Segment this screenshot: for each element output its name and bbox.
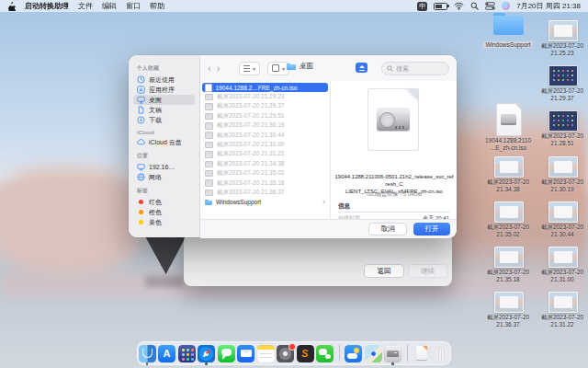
desktop-label[interactable]: 截屏2023-07-2021.36.37 bbox=[481, 314, 535, 328]
dock-maps-icon[interactable] bbox=[365, 345, 382, 362]
desktop-label[interactable]: 截屏2023-07-2021.25.23 bbox=[536, 42, 588, 57]
globe-icon bbox=[137, 173, 145, 181]
file-row[interactable]: 截屏2023-07-20 21.29.51 bbox=[202, 111, 328, 121]
sidebar-item-downloads[interactable]: 下载 bbox=[133, 115, 195, 125]
sidebar-item-network[interactable]: 网络 bbox=[133, 172, 195, 182]
dock-wechat-icon[interactable] bbox=[316, 345, 334, 362]
desktop-label[interactable]: 截屏2023-07-2021.31.00 bbox=[536, 269, 588, 283]
battery-icon[interactable] bbox=[434, 3, 447, 10]
back-nav-button[interactable]: ‹ bbox=[208, 62, 211, 75]
file-row[interactable]: 截屏2023-07-20 21.30.44 bbox=[202, 131, 328, 140]
dock-separator bbox=[339, 345, 340, 362]
view-mode-button[interactable]: ▾ bbox=[239, 62, 260, 75]
red-tag-dot bbox=[139, 200, 143, 204]
dock-app-store-icon[interactable]: A bbox=[158, 345, 175, 362]
dock-safari-icon[interactable] bbox=[198, 345, 215, 362]
desktop-label[interactable]: WindowsSupport bbox=[481, 41, 535, 49]
file-row-iso[interactable]: 19044.1288.2…FRE_zh-cn.iso bbox=[202, 83, 328, 92]
folder-icon bbox=[205, 200, 212, 206]
desktop-screenshot[interactable] bbox=[548, 201, 578, 223]
desktop-screenshot[interactable] bbox=[494, 247, 524, 268]
input-method-icon[interactable]: 中 bbox=[417, 2, 427, 11]
file-row-folder[interactable]: WindowsSupport› bbox=[202, 198, 328, 207]
open-button[interactable]: 打开 bbox=[413, 223, 450, 236]
cancel-button[interactable]: 取消 bbox=[368, 223, 407, 236]
desktop-label[interactable]: 19044.1288.2110…E_zh-cn.iso bbox=[481, 137, 535, 152]
dock-weather-icon[interactable] bbox=[345, 345, 362, 362]
sidebar-item-documents[interactable]: 文稿 bbox=[133, 105, 195, 115]
sidebar-item-applications[interactable]: 应用程序 bbox=[133, 85, 195, 95]
desktop-screenshot[interactable] bbox=[548, 20, 578, 41]
sidebar-item-icloud-drive[interactable]: iCloud 云盘 bbox=[133, 137, 195, 147]
desktop-screenshot[interactable] bbox=[548, 65, 578, 86]
app-menu-title[interactable]: 启动转换助理 bbox=[25, 1, 69, 11]
apple-menu-icon[interactable] bbox=[7, 1, 16, 11]
desktop-screenshot[interactable] bbox=[494, 292, 524, 313]
desktop-screenshot[interactable] bbox=[548, 247, 578, 268]
spotlight-icon[interactable] bbox=[470, 2, 479, 10]
menu-file[interactable]: 文件 bbox=[78, 1, 93, 11]
file-row[interactable]: 截屏2023-07-20 21.31.22 bbox=[202, 150, 328, 159]
desktop-label[interactable]: 截屏2023-07-2021.31.22 bbox=[536, 314, 588, 328]
sidebar-item-desktop[interactable]: 桌面 bbox=[133, 95, 195, 105]
display-icon bbox=[137, 163, 145, 171]
open-file-dialog: 个人收藏 最近使用 应用程序 桌面 文稿 下载 iCloud iCloud 云盘… bbox=[129, 55, 457, 237]
desktop-screenshot[interactable] bbox=[548, 292, 578, 313]
menu-bar-clock[interactable]: 7月20日 周四 21:38 bbox=[516, 1, 581, 11]
desktop-screenshot[interactable] bbox=[548, 156, 578, 178]
desktop-label[interactable]: 截屏2023-07-2021.34.38 bbox=[481, 178, 535, 193]
file-row[interactable]: 截屏2023-07-20 21.29.23 bbox=[202, 92, 328, 101]
location-popup[interactable]: 桌面 bbox=[287, 62, 313, 71]
file-row[interactable]: 截屏2023-07-20 21.30.19 bbox=[202, 121, 328, 131]
desktop-screenshot[interactable] bbox=[548, 110, 578, 132]
sidebar-item-tag-yellow[interactable]: 黄色 bbox=[133, 217, 195, 227]
siri-icon[interactable] bbox=[502, 2, 510, 10]
eject-button[interactable] bbox=[356, 63, 368, 73]
dock-documents-icon[interactable] bbox=[413, 345, 430, 362]
dock-launchpad-icon[interactable] bbox=[178, 345, 196, 362]
file-row[interactable]: 截屏2023-07-20 21.29.37 bbox=[202, 102, 328, 111]
dock-system-settings-icon[interactable] bbox=[277, 345, 294, 362]
dock-trash-icon[interactable] bbox=[433, 345, 450, 362]
desktop-label[interactable]: 截屏2023-07-2021.29.37 bbox=[536, 87, 588, 102]
search-input[interactable] bbox=[396, 65, 442, 72]
dock-finder-icon[interactable] bbox=[139, 345, 156, 362]
desktop-screenshot[interactable] bbox=[494, 201, 524, 223]
dock-mail-icon[interactable] bbox=[237, 345, 254, 362]
sidebar-item-tag-red[interactable]: 红色 bbox=[133, 197, 195, 207]
dock-notes-icon[interactable] bbox=[257, 345, 275, 362]
desktop-folder-windowssupport[interactable] bbox=[493, 13, 524, 36]
forward-nav-button[interactable]: › bbox=[217, 62, 220, 75]
desktop-label[interactable]: 截屏2023-07-2021.35.18 bbox=[481, 269, 535, 283]
desktop-label[interactable]: 截屏2023-07-2021.35.02 bbox=[481, 224, 535, 238]
menu-edit[interactable]: 编辑 bbox=[102, 1, 117, 11]
back-button[interactable]: 返回 bbox=[364, 264, 404, 278]
continue-button[interactable]: 继续 bbox=[408, 264, 447, 278]
search-icon bbox=[387, 65, 393, 72]
divider bbox=[338, 212, 450, 213]
search-field[interactable] bbox=[381, 62, 449, 75]
file-row[interactable]: 截屏2023-07-20 21.36.37 bbox=[202, 188, 328, 197]
file-row[interactable]: 截屏2023-07-20 21.35.02 bbox=[202, 169, 328, 178]
file-row[interactable]: 截屏2023-07-20 21.31.00 bbox=[202, 140, 328, 149]
dock-s-lightning-app-icon[interactable]: S bbox=[297, 345, 314, 362]
wifi-icon[interactable] bbox=[454, 2, 464, 10]
menu-help[interactable]: 帮助 bbox=[150, 1, 164, 11]
menu-window[interactable]: 窗口 bbox=[126, 1, 141, 11]
file-row[interactable]: 截屏2023-07-20 21.34.38 bbox=[202, 159, 328, 168]
desktop-label[interactable]: 截屏2023-07-2021.30.44 bbox=[536, 224, 588, 238]
file-row[interactable]: 截屏2023-07-20 21.35.18 bbox=[202, 178, 328, 188]
preview-pane: 19044.1288.211006-0501.21h2_release_svc_… bbox=[330, 81, 457, 219]
chevron-right-icon: › bbox=[322, 198, 325, 206]
dock-messages-icon[interactable] bbox=[218, 345, 235, 362]
sidebar-item-recents[interactable]: 最近使用 bbox=[133, 75, 195, 85]
desktop-iso-file[interactable] bbox=[496, 103, 522, 136]
desktop-label[interactable]: 截屏2023-07-2021.30.19 bbox=[536, 178, 588, 193]
sidebar-item-network-computer[interactable]: 192.16… bbox=[133, 162, 195, 172]
desktop-label[interactable]: 截屏2023-07-2021.28.51 bbox=[536, 132, 588, 147]
desktop-screenshot[interactable] bbox=[494, 156, 524, 178]
sidebar-item-tag-orange[interactable]: 橙色 bbox=[133, 207, 195, 217]
dock-boot-camp-assistant-icon[interactable] bbox=[384, 345, 401, 362]
control-center-icon[interactable] bbox=[485, 2, 495, 10]
wallpaper-cliff-left bbox=[0, 167, 142, 273]
